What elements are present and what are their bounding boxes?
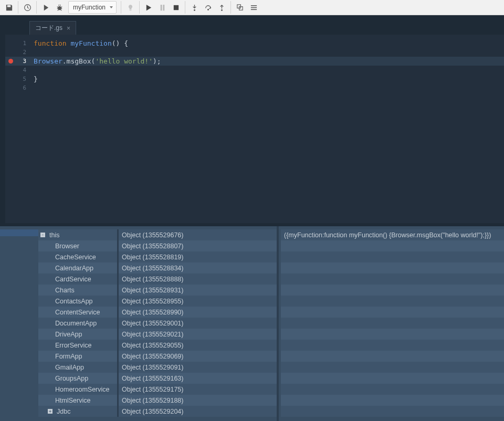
value-preview: ({myFunction:function myFunction() {Brow…	[281, 231, 491, 239]
strip	[0, 15, 504, 20]
continue-button[interactable]	[142, 1, 155, 14]
empty-row	[281, 240, 504, 251]
gutter-row[interactable]: 4	[5, 66, 29, 75]
scope-type: Object (1355528834)	[119, 265, 276, 272]
close-icon[interactable]: ×	[67, 25, 70, 32]
expand-icon[interactable]: +	[48, 409, 52, 414]
scope-row[interactable]: CalendarAppObject (1355528834)	[38, 262, 277, 273]
stack-icon	[236, 4, 244, 12]
empty-row	[281, 262, 504, 273]
separator	[121, 1, 121, 14]
empty-row	[281, 296, 504, 307]
empty-row	[281, 406, 504, 417]
scope-row[interactable]: FormAppObject (1355529069)	[38, 351, 277, 362]
svg-point-3	[194, 9, 195, 10]
separator	[185, 1, 185, 14]
code-lines[interactable]: function myFunction() {Browser.msgBox('h…	[29, 35, 504, 223]
step-out-button[interactable]	[215, 1, 228, 14]
scope-type: Object (1355528931)	[119, 287, 276, 294]
scope-row[interactable]: ContactsAppObject (1355528955)	[38, 296, 277, 307]
gutter-row[interactable]: 2	[5, 48, 29, 57]
function-select[interactable]: myFunction	[68, 1, 117, 14]
empty-row	[281, 307, 504, 318]
debug-button[interactable]	[52, 1, 66, 14]
scope-row[interactable]: ContentServiceObject (1355528990)	[38, 307, 277, 318]
stop-button[interactable]	[169, 1, 183, 14]
tab-bar: コード.gs ×	[5, 20, 504, 35]
scope-row[interactable]: ErrorServiceObject (1355529055)	[38, 340, 277, 351]
scope-type: Object (1355528990)	[119, 309, 276, 316]
pause-icon	[159, 4, 166, 12]
call-stack-button[interactable]	[233, 1, 247, 14]
file-tab[interactable]: コード.gs ×	[29, 21, 76, 35]
scope-row[interactable]: -thisObject (1355529676)	[38, 229, 277, 240]
vertical-divider[interactable]	[277, 226, 279, 421]
toolbar: myFunction	[0, 0, 504, 15]
empty-row	[281, 285, 504, 296]
empty-row	[281, 395, 504, 406]
gutter-row[interactable]: 6	[5, 83, 29, 92]
scope-row[interactable]: HomeroomServiceObject (1355529175)	[38, 384, 277, 395]
svg-point-4	[207, 8, 209, 10]
tab-label: コード.gs	[35, 24, 62, 33]
scope-tree[interactable]: -thisObject (1355529676)BrowserObject (1…	[38, 226, 277, 421]
empty-row	[281, 273, 504, 285]
scope-type: Object (1355529175)	[119, 386, 276, 393]
breakpoint-icon[interactable]	[8, 59, 13, 64]
step-into-button[interactable]	[187, 1, 201, 14]
scope-row[interactable]: ChartsObject (1355528931)	[38, 285, 277, 296]
chevron-down-icon	[110, 6, 113, 8]
clock-icon	[24, 4, 32, 12]
play-solid-icon	[145, 4, 153, 12]
history-button[interactable]	[20, 1, 34, 14]
left-gap	[0, 20, 5, 223]
gutter-row[interactable]: 3	[5, 57, 29, 66]
code-line[interactable]: }	[29, 75, 504, 83]
step-out-icon	[218, 4, 226, 12]
scope-row[interactable]: BrowserObject (1355528807)	[38, 240, 277, 251]
scope-type: Object (1355529001)	[119, 320, 276, 327]
step-over-button[interactable]	[201, 1, 215, 14]
collapse-icon[interactable]: -	[40, 233, 45, 237]
separator	[139, 1, 140, 14]
code-area[interactable]: 123456 function myFunction() {Browser.ms…	[5, 35, 504, 223]
scope-type: Object (1355529055)	[119, 342, 276, 349]
scope-type: Object (1355528819)	[119, 254, 276, 261]
scope-row[interactable]: CacheServiceObject (1355528819)	[38, 251, 277, 262]
pause-button[interactable]	[155, 1, 169, 14]
hint-button[interactable]	[123, 1, 137, 14]
scope-type: Object (1355529091)	[119, 364, 276, 371]
step-over-icon	[204, 4, 212, 12]
editor: コード.gs × 123456 function myFunction() {B…	[0, 20, 504, 223]
separator	[230, 1, 231, 14]
code-line[interactable]	[29, 83, 504, 92]
code-line[interactable]	[29, 48, 504, 57]
debug-left-strip	[0, 226, 38, 421]
gutter-row[interactable]: 1	[5, 39, 29, 48]
scope-type: Object (1355528888)	[119, 276, 276, 283]
variables-button[interactable]	[247, 1, 260, 14]
scope-row[interactable]: +JdbcObject (1355529204)	[38, 406, 277, 417]
scope-row[interactable]: DriveAppObject (1355529021)	[38, 329, 277, 340]
empty-row	[281, 373, 504, 384]
code-line[interactable]: Browser.msgBox('hello world!');	[29, 57, 504, 66]
separator	[36, 1, 37, 14]
code-line[interactable]: function myFunction() {	[29, 39, 504, 48]
step-into-icon	[191, 4, 198, 12]
empty-row	[281, 362, 504, 373]
gutter-row[interactable]: 5	[5, 75, 29, 83]
scope-row[interactable]: GroupsAppObject (1355529163)	[38, 373, 277, 384]
run-button[interactable]	[39, 1, 52, 14]
code-line[interactable]	[29, 66, 504, 75]
scope-type: Object (1355529676)	[119, 231, 276, 239]
save-button[interactable]	[2, 1, 16, 14]
gutter[interactable]: 123456	[5, 35, 29, 223]
scope-row[interactable]: GmailAppObject (1355529091)	[38, 362, 277, 373]
save-icon	[5, 4, 13, 12]
function-select-label: myFunction	[73, 4, 106, 11]
scope-row[interactable]: CardServiceObject (1355528888)	[38, 273, 277, 285]
scope-row[interactable]: HtmlServiceObject (1355529188)	[38, 395, 277, 406]
scope-row[interactable]: DocumentAppObject (1355529001)	[38, 318, 277, 329]
scope-type: Object (1355529204)	[119, 408, 276, 415]
scope-type: Object (1355529069)	[119, 353, 276, 360]
